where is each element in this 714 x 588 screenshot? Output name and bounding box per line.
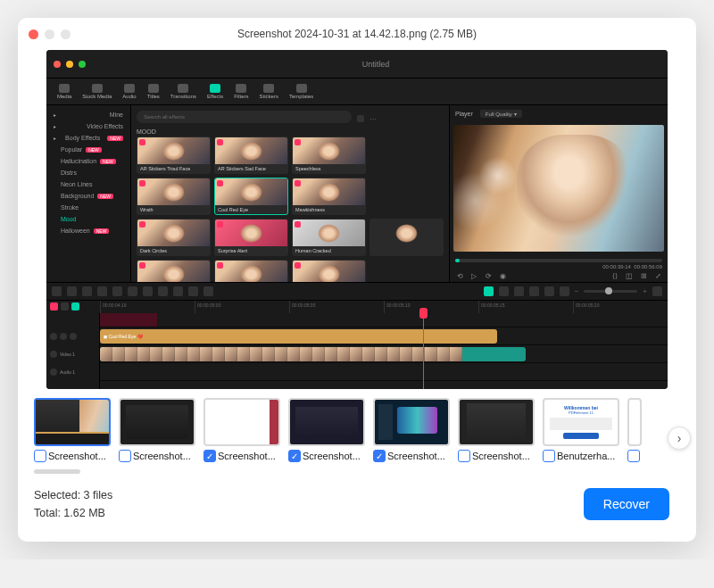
thumbnail-checkbox[interactable] bbox=[119, 450, 131, 462]
thumbnail-filename: Screenshot... bbox=[387, 451, 445, 461]
file-recovery-window: Screenshot 2024-10-31 at 14.42.18.png (2… bbox=[18, 18, 696, 542]
thumbnail-checkbox[interactable]: ✓ bbox=[203, 450, 216, 462]
effects-search: Search all effects bbox=[137, 111, 352, 123]
window-title: Screenshot 2024-10-31 at 14.42.18.png (2… bbox=[18, 28, 696, 40]
thumbnail-checkbox[interactable]: ✓ bbox=[373, 450, 386, 462]
thumbnail-filename: Screenshot... bbox=[48, 451, 106, 461]
effects-sidebar: Mine Video Effects Body EffectsNEW Popul… bbox=[46, 105, 131, 282]
thumbnail-checkbox[interactable] bbox=[34, 450, 46, 462]
titlebar: Screenshot 2024-10-31 at 14.42.18.png (2… bbox=[18, 18, 696, 50]
total-size: Total: 1.62 MB bbox=[34, 504, 112, 522]
thumbnail-item[interactable]: ✓Screenshot... bbox=[373, 398, 450, 462]
thumbnail-filename: Benutzerha... bbox=[557, 451, 615, 461]
thumbnail-item[interactable]: Screenshot... bbox=[119, 398, 195, 462]
thumbnail-checkbox[interactable] bbox=[543, 450, 555, 462]
file-preview: Untitled Media Stock Media Audio Titles … bbox=[46, 50, 668, 389]
editor-toolbar: Media Stock Media Audio Titles Transitio… bbox=[46, 79, 668, 105]
thumbnail-item[interactable]: ✓Screenshot... bbox=[203, 398, 280, 462]
thumbnail-strip: Screenshot...Screenshot...✓Screenshot...… bbox=[34, 398, 671, 462]
thumbnail-filename: Screenshot... bbox=[133, 451, 191, 461]
thumbnail-checkbox[interactable] bbox=[458, 450, 470, 462]
thumbnail-filename: Screenshot... bbox=[218, 451, 276, 461]
thumbnail-item[interactable]: Willkommen beiPDFelement 11Benutzerha... bbox=[543, 398, 619, 462]
close-window-button[interactable] bbox=[29, 29, 38, 39]
selected-count: Selected: 3 files bbox=[34, 486, 112, 504]
thumbnail-filename: Screenshot... bbox=[303, 451, 361, 461]
recover-button[interactable]: Recover bbox=[584, 488, 669, 520]
thumbnail-item[interactable]: Screenshot... bbox=[34, 398, 111, 462]
thumbnail-filename: Screenshot... bbox=[472, 451, 530, 461]
thumbnail-checkbox[interactable]: ✓ bbox=[288, 450, 301, 462]
effects-panel: Search all effects ⋯ MOOD AR Stickers Tr… bbox=[131, 105, 449, 282]
editor-project-title: Untitled bbox=[91, 60, 660, 69]
next-page-button[interactable]: › bbox=[668, 427, 691, 450]
video-preview-panel: Player Full Quality ▾ 00:00:39:14 00:00:… bbox=[449, 105, 668, 282]
minimize-window-button[interactable] bbox=[45, 29, 54, 39]
timeline: − + 00:00:04:19 00:00:05:00 00:00:05:05 bbox=[46, 282, 668, 389]
thumbnail-item[interactable]: Screenshot... bbox=[458, 398, 535, 462]
maximize-window-button[interactable] bbox=[61, 29, 71, 39]
video-preview bbox=[453, 125, 664, 252]
thumbnail-item[interactable]: ✓Screenshot... bbox=[288, 398, 365, 462]
